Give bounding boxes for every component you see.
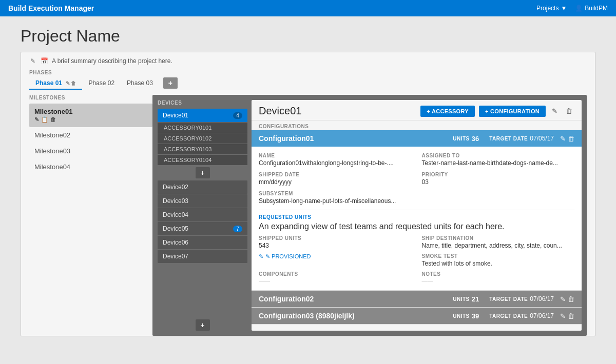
milestone-item-2[interactable]: Milestone02 — [29, 127, 152, 143]
device-item-4[interactable]: Device04 — [158, 208, 247, 221]
config-row-header-1[interactable]: Configuration01 UNITS 36 TARGET DATE 07/… — [252, 130, 582, 147]
accessory-item-4[interactable]: ACCESSORY0104 — [158, 155, 247, 165]
config-row-header-3[interactable]: Configuration03 (8980jieljlk) UNITS 39 T… — [252, 308, 582, 324]
accessory-item-1[interactable]: ACCESSORY0101 — [158, 123, 247, 133]
calendar-icon[interactable]: 📅 — [41, 57, 48, 65]
edit-summary-icon[interactable]: ✎ — [29, 57, 36, 65]
delete-config-icon-2[interactable]: 🗑 — [568, 295, 574, 303]
main-area: Project Name ✎ 📅 A brief summary describ… — [0, 16, 616, 364]
devices-config-area: DEVICES Device01 4 ACCESSORY0101 ACCESSO… — [152, 95, 587, 336]
config-panel: Device01 + ACCESSORY + CONFIGURATION ✎ 🗑… — [252, 100, 582, 331]
milestone-item-1[interactable]: Milestone01 ✎ 📋 🗑 — [29, 104, 152, 127]
config-row-2: Configuration02 UNITS 21 TARGET DATE 07/… — [252, 291, 582, 308]
add-accessory-button[interactable]: + — [196, 167, 210, 178]
edit-config-icon-3[interactable]: ✎ — [560, 312, 566, 320]
units-val-2: 21 — [472, 295, 479, 303]
requested-units-section: REQUESTED UNITS An expanding view of tes… — [259, 210, 574, 284]
row-icons-1: ✎ 🗑 — [560, 135, 574, 143]
units-label-2: UNITS — [453, 296, 470, 302]
edit-config-icon-1[interactable]: ✎ — [560, 135, 566, 143]
name-field: NAME Configuration01withalonglong-longst… — [259, 153, 412, 167]
topbar-right: Projects ▼ 👤 BuildPM — [536, 5, 608, 12]
device-badge-1: 4 — [233, 112, 242, 119]
edit-config-icon-2[interactable]: ✎ — [560, 295, 566, 303]
add-accessory-btn[interactable]: + ACCESSORY — [420, 106, 475, 117]
accessory-item-2[interactable]: ACCESSORY0102 — [158, 133, 247, 144]
shipped-date-field: SHIPPED DATE mm/dd/yyyy — [259, 172, 412, 186]
projects-menu[interactable]: Projects ▼ — [536, 5, 567, 12]
units-val-1: 36 — [472, 135, 479, 143]
edit-milestone-icon[interactable]: ✎ — [34, 116, 39, 123]
shipped-smoke-grid: SHIPPED UNITS 543 SHIP DESTINATION Name,… — [259, 235, 574, 284]
delete-milestone-icon[interactable]: 🗑 — [50, 116, 56, 123]
milestone-item-4[interactable]: Milestone04 — [29, 159, 152, 175]
delete-device-icon[interactable]: 🗑 — [564, 106, 574, 117]
phase-tab-02[interactable]: Phase 02 — [82, 77, 121, 89]
accessory-item-3[interactable]: ACCESSORY0103 — [158, 144, 247, 154]
target-val-2: 07/06/17 — [530, 295, 554, 302]
device-item-3[interactable]: Device03 — [158, 194, 247, 208]
shipped-units-field: SHIPPED UNITS 543 — [259, 235, 412, 249]
devices-label: DEVICES — [158, 100, 247, 106]
device-badge-5: 7 — [233, 226, 242, 232]
devices-list: Device01 4 ACCESSORY0101 ACCESSORY0102 A… — [158, 109, 247, 314]
units-val-3: 39 — [472, 312, 479, 320]
delete-config-icon-1[interactable]: 🗑 — [568, 135, 574, 143]
milestones-label: MILESTONES — [29, 95, 152, 100]
topbar: Build Execution Manager Projects ▼ 👤 Bui… — [0, 0, 616, 16]
target-label-3: TARGET DATE — [489, 313, 528, 319]
notes-field: NOTES —— — [422, 271, 575, 284]
priority-field: PRIORITY 03 — [422, 172, 575, 186]
provisioned-icon: ✎ — [259, 253, 263, 260]
delete-config-icon-3[interactable]: 🗑 — [568, 312, 574, 320]
components-field: COMPONENTS —— — [259, 271, 412, 284]
config-name-2: Configuration02 — [259, 295, 453, 303]
device-item-7[interactable]: Device07 — [158, 250, 247, 263]
ship-dest-field: SHIP DESTINATION Name, title, department… — [422, 235, 575, 249]
copy-milestone-icon[interactable]: 📋 — [41, 116, 48, 123]
provisioned-link[interactable]: ✎ ✎ PROVISIONED — [259, 253, 412, 260]
phases-bar: Phase 01 ✎ 🗑 Phase 02 Phase 03 + — [29, 77, 587, 89]
config-header-buttons: + ACCESSORY + CONFIGURATION ✎ 🗑 — [420, 106, 574, 117]
config-name-3: Configuration03 (8980jieljlk) — [259, 312, 453, 320]
row-icons-3: ✎ 🗑 — [560, 312, 574, 320]
provisioned-field: ✎ ✎ PROVISIONED — [259, 253, 412, 267]
phase-tab-03[interactable]: Phase 03 — [121, 77, 159, 89]
row-icons-2: ✎ 🗑 — [560, 295, 574, 303]
add-configuration-btn[interactable]: + CONFIGURATION — [479, 106, 546, 117]
milestone-item-3[interactable]: Milestone03 — [29, 143, 152, 159]
target-label-2: TARGET DATE — [489, 296, 528, 302]
units-label-3: UNITS — [453, 313, 470, 319]
configurations-label: CONFIGURATIONS — [252, 120, 582, 130]
device-item-5[interactable]: Device05 7 — [158, 222, 247, 235]
subsystem-field: SUBSYSTEM Subsystem-long-name-put-lots-o… — [259, 191, 574, 205]
add-device-button[interactable]: + — [196, 319, 210, 331]
config-header: Device01 + ACCESSORY + CONFIGURATION ✎ 🗑 — [252, 100, 582, 120]
target-val-3: 07/06/17 — [530, 312, 554, 319]
edit-device-icon[interactable]: ✎ — [550, 106, 560, 117]
user-menu[interactable]: 👤 BuildPM — [575, 5, 608, 12]
detail-grid: NAME Configuration01withalonglong-longst… — [259, 153, 574, 205]
phase-tab-01[interactable]: Phase 01 ✎ 🗑 — [29, 77, 82, 89]
content-area: MILESTONES Milestone01 ✎ 📋 🗑 Milestone02… — [29, 95, 587, 336]
project-title: Project Name — [21, 27, 595, 46]
device-item-6[interactable]: Device06 — [158, 236, 247, 249]
add-phase-button[interactable]: + — [163, 77, 178, 89]
delete-phase-icon[interactable]: 🗑 — [71, 80, 76, 86]
chevron-down-icon: ▼ — [561, 5, 567, 12]
assigned-to-field: ASSIGNED TO Tester-name-last-name-birthd… — [422, 153, 575, 167]
device-item-1[interactable]: Device01 4 — [158, 109, 247, 122]
device-item-2[interactable]: Device02 — [158, 180, 247, 194]
app-title: Build Execution Manager — [8, 4, 94, 12]
config-list: Configuration01 UNITS 36 TARGET DATE 07/… — [252, 130, 582, 331]
project-card: ✎ 📅 A brief summary describing the proje… — [21, 52, 595, 336]
config-row-header-2[interactable]: Configuration02 UNITS 21 TARGET DATE 07/… — [252, 291, 582, 307]
user-icon: 👤 — [575, 5, 583, 12]
config-row-1: Configuration01 UNITS 36 TARGET DATE 07/… — [252, 130, 582, 291]
milestones-panel: MILESTONES Milestone01 ✎ 📋 🗑 Milestone02… — [29, 95, 152, 336]
units-label-1: UNITS — [453, 136, 470, 141]
edit-phase-icon[interactable]: ✎ — [66, 80, 70, 86]
smoke-test-field: SMOKE TEST Tested with lots of smoke. — [422, 253, 575, 267]
accessory-list: ACCESSORY0101 ACCESSORY0102 ACCESSORY010… — [158, 123, 247, 165]
config-device-title: Device01 — [259, 105, 301, 117]
